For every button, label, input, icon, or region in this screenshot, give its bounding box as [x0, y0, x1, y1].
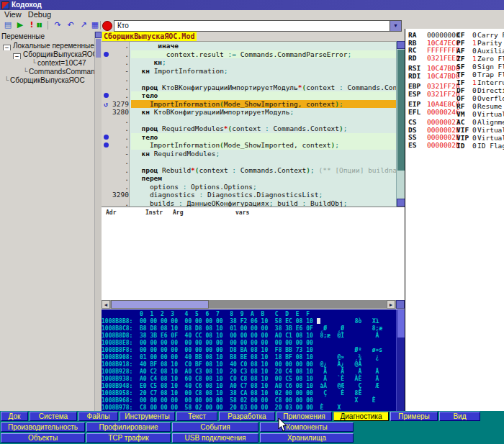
register-row[interactable]: ESP0321FF20	[405, 91, 460, 99]
taskbar-button[interactable]: Разработка	[219, 412, 275, 421]
code-editor[interactable]: . иначе. context.result := Commands.Comm…	[102, 41, 396, 207]
breakpoint-column[interactable]	[102, 191, 110, 199]
watch-combobox[interactable]: Кто ▼	[114, 20, 402, 32]
breakpoint-column[interactable]	[102, 141, 110, 150]
breakpoint-column[interactable]	[102, 150, 110, 158]
print-icon[interactable]: ▤	[2, 19, 14, 31]
taskbar-button[interactable]: Производительность	[1, 422, 85, 432]
breakpoint-column[interactable]	[102, 174, 110, 183]
taskbar-button[interactable]: USB подключения	[172, 433, 258, 443]
code-line[interactable]: . проц Rebuild*(context : Commands.Conte…	[102, 166, 396, 175]
chevron-down-icon[interactable]: ▼	[390, 21, 401, 31]
hex-row[interactable]: 1008B928: A0 C2 08 10 A0 C3 08 10 20 C3 …	[102, 368, 396, 376]
code-line[interactable]: . тело	[102, 91, 396, 100]
tree-item[interactable]: └context=10C47	[0, 59, 102, 68]
hex-row[interactable]: 1008B958: 20 C7 08 10 00 C8 08 10 38 CA …	[102, 390, 396, 397]
breakpoint-column[interactable]	[102, 117, 110, 125]
breakpoint-column[interactable]	[102, 58, 110, 67]
disassembly-panel[interactable]: AdrInstrArgvars ◄ ►	[102, 207, 405, 310]
code-line[interactable]: - кн RequiredModules;	[102, 150, 396, 158]
run-icon[interactable]: ▶	[14, 19, 26, 31]
disassembly-hscrollbar[interactable]: ◄ ►	[102, 300, 405, 309]
hex-row[interactable]: 1008B8F8: 00 00 00 00 00 00 00 00 D8 BA …	[102, 347, 396, 354]
code-line[interactable]: - кн ImportInformation;	[102, 67, 396, 76]
scrollbar-thumb[interactable]	[397, 310, 405, 337]
code-line[interactable]: . перем	[102, 174, 396, 183]
breakpoint-column[interactable]	[102, 183, 110, 191]
scroll-left-icon[interactable]: ◄	[102, 300, 110, 309]
code-line[interactable]: .	[102, 158, 396, 166]
taskbar-button[interactable]: TCP трафик	[86, 433, 171, 443]
taskbar-button[interactable]: Вид	[439, 412, 480, 421]
taskbar-button[interactable]: Примеры	[390, 412, 438, 421]
hex-row[interactable]: 1008B8C8: B8 D8 08 10 B8 D8 08 10 01 00 …	[102, 325, 396, 332]
hex-row[interactable]: 1008B948: E0 C5 08 10 40 C6 08 10 A0 C7 …	[102, 383, 396, 390]
code-line[interactable]: . ImportInformation(Mode_ShowImported, c…	[102, 141, 396, 150]
variables-scrollbar[interactable]	[94, 32, 102, 411]
step-into-icon[interactable]: ↷	[52, 19, 63, 31]
breakpoint-dot[interactable]	[104, 142, 109, 148]
hex-row[interactable]: 1008B8B8: 00 00 00 00 00 00 00 00 38 F2 …	[102, 318, 396, 325]
hex-row[interactable]: 1008B968: 00 00 00 00 00 00 00 00 58 02 …	[102, 397, 396, 404]
taskbar-button[interactable]: Текст	[176, 412, 217, 421]
breakpoint-column[interactable]	[102, 108, 110, 117]
code-line[interactable]: .	[102, 117, 396, 125]
tab-source-file[interactable]: СборщикВыпускаЯОС.Mod	[102, 32, 197, 41]
taskbar-button[interactable]: Профилирование	[86, 422, 171, 432]
scrollbar-thumb[interactable]	[111, 300, 209, 309]
taskbar-button[interactable]: Хранилища	[260, 433, 354, 443]
breakpoint-column[interactable]	[102, 158, 110, 166]
code-line[interactable]: .	[102, 75, 396, 83]
collapse-icon[interactable]: −	[13, 53, 21, 59]
taskbar-button[interactable]: Компоненты	[260, 422, 354, 432]
tree-item[interactable]: −Локальные переменные	[0, 42, 95, 50]
menu-debug[interactable]: Debug	[28, 10, 51, 19]
scroll-up-icon[interactable]	[95, 32, 102, 38]
breakpoint-column[interactable]	[102, 83, 110, 92]
breakpoint-dot[interactable]	[104, 52, 109, 57]
title-bar[interactable]: Кодоход	[0, 0, 504, 10]
memory-hex-panel[interactable]: 0 1 2 3 4 5 6 7 8 9 A B C D E F 1008B8B8…	[102, 309, 396, 412]
taskbar-button[interactable]: Объекты	[1, 433, 85, 443]
step-out-icon[interactable]: ↗	[78, 19, 89, 31]
hex-row[interactable]: 1008B908: 01 00 00 00 40 BB 08 10 B8 BE …	[102, 354, 396, 361]
taskbar-button[interactable]: Система	[30, 412, 77, 421]
register-row[interactable]: RDI10C47BD8	[405, 73, 460, 81]
tree-item[interactable]: └CommandsCommands	[0, 68, 102, 76]
breakpoints-icon[interactable]: ▦	[89, 19, 101, 31]
hex-row[interactable]: 1008B938: A0 C4 08 10 60 C8 08 10 C0 C8 …	[102, 376, 396, 383]
menu-view[interactable]: View	[4, 10, 22, 19]
step-over-icon[interactable]: ↶	[65, 19, 76, 31]
register-row[interactable]: RD0321FEE8	[405, 55, 460, 63]
code-line[interactable]: . context.result := Commands.CommandPars…	[102, 50, 396, 59]
pause-icon[interactable]: ▮▮	[33, 19, 45, 31]
tree-item[interactable]: └СборщикВыпускаЯОС	[0, 76, 96, 85]
register-row[interactable]: EFL00000246	[405, 109, 460, 117]
code-line[interactable]: . проц КтоВКонфигурацииИмпортируетМодуль…	[102, 83, 396, 92]
code-line[interactable]: ↺3279 ImportInformation(Mode_ShowImporti…	[102, 100, 396, 109]
scroll-right-icon[interactable]: ►	[387, 300, 395, 309]
code-line[interactable]: 3280 кн КтоВКонфигурацииИмпортируетМодул…	[102, 108, 396, 117]
breakpoint-column[interactable]	[102, 133, 110, 142]
flag-row[interactable]: ID0ID Flag	[456, 142, 504, 150]
record-icon[interactable]	[102, 21, 112, 31]
breakpoint-column[interactable]: ↺	[102, 100, 110, 109]
collapse-icon[interactable]: −	[3, 45, 11, 50]
code-line[interactable]: 3290 diagnostics : Diagnostics.Diagnosti…	[102, 191, 396, 199]
hex-row[interactable]: 1008B8D8: 38 3B E6 0F 40 CC 08 10 00 00 …	[102, 332, 396, 340]
taskbar-button[interactable]: Инструменты	[120, 412, 175, 421]
code-line[interactable]: . иначе	[102, 42, 396, 50]
taskbar-button[interactable]: Док	[1, 412, 28, 421]
hex-row[interactable]: 1008B8E8: 00 00 00 00 00 00 00 00 00 00 …	[102, 340, 396, 347]
breakpoint-column[interactable]	[102, 67, 110, 76]
breakpoint-column[interactable]	[102, 124, 110, 133]
breakpoint-dot[interactable]	[104, 93, 109, 98]
hex-row[interactable]: 1008B918: 40 BF 08 10 C0 BF 08 10 40 C0 …	[102, 361, 396, 368]
taskbar-button[interactable]: Диагностика	[333, 412, 389, 421]
taskbar-button[interactable]: События	[172, 422, 258, 432]
scrollbar-thumb[interactable]	[397, 50, 405, 171]
code-line[interactable]: . проц RequiredModules*(context : Comman…	[102, 124, 396, 133]
breakpoint-column[interactable]	[102, 166, 110, 175]
register-row[interactable]: ES0000002B	[405, 142, 460, 150]
taskbar-button[interactable]: Файлы	[78, 412, 118, 421]
